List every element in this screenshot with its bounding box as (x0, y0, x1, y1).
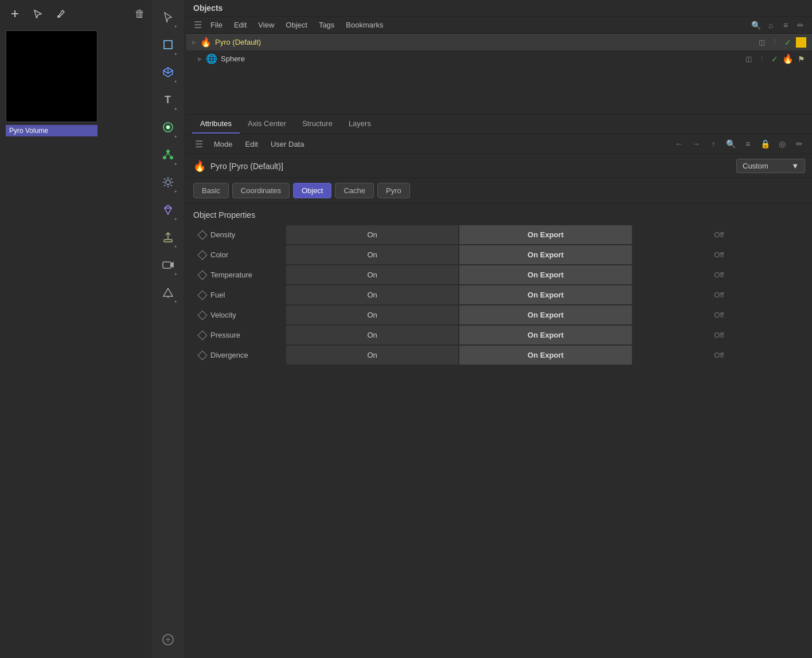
pyro-color-swatch[interactable] (796, 37, 806, 48)
prop-velocity-off[interactable]: Off (633, 306, 805, 324)
eyedropper-button[interactable] (52, 5, 70, 23)
attr-forward-icon[interactable]: → (689, 137, 703, 151)
tool-gem-small: ▸ (175, 217, 179, 221)
attr-menu-icon[interactable]: ☰ (192, 137, 206, 151)
pyro-name: Pyro (Default) (215, 38, 753, 46)
subtab-basic[interactable]: Basic (193, 183, 229, 198)
diamond-icon-color (198, 250, 208, 260)
custom-dropdown[interactable]: Custom ▼ (736, 159, 805, 173)
dropdown-label: Custom (743, 162, 768, 170)
prop-pressure-off[interactable]: Off (633, 326, 805, 344)
sphere-check-icon[interactable]: ✓ (770, 54, 780, 64)
prop-pressure-on[interactable]: On (286, 326, 458, 344)
pyro-check-icon[interactable]: ✓ (783, 37, 793, 48)
objects-edit-icon[interactable]: ✏ (795, 19, 806, 31)
prop-temperature-on-export[interactable]: On Export (459, 265, 631, 284)
objects-menu-file[interactable]: File (206, 19, 227, 31)
delete-button[interactable]: 🗑 (131, 5, 149, 23)
attr-back-icon[interactable]: ← (672, 137, 686, 151)
prop-density-on-export[interactable]: On Export (459, 225, 631, 244)
prop-color-off[interactable]: Off (633, 245, 805, 264)
attr-up-icon[interactable]: ↑ (706, 137, 720, 151)
objects-menu-bookmarks[interactable]: Bookmarks (341, 19, 388, 31)
arrow-button[interactable] (29, 5, 47, 23)
prop-fuel-on[interactable]: On (286, 285, 458, 304)
attr-filter-icon[interactable]: ≡ (741, 137, 755, 151)
rectangle-tool[interactable]: ▸ (155, 32, 181, 57)
add-button[interactable] (6, 5, 24, 23)
nodes-tool[interactable]: ▸ (155, 142, 181, 167)
prop-pressure-on-export[interactable]: On Export (459, 326, 631, 344)
sphere-flag-icon[interactable]: ⚑ (796, 54, 806, 64)
tool-light-small: ▸ (175, 299, 179, 304)
svg-point-5 (166, 150, 170, 153)
attr-target-icon[interactable]: ◎ (775, 137, 789, 151)
attr-menu-userdata[interactable]: User Data (266, 138, 309, 150)
cube-tool[interactable]: ▸ (155, 60, 181, 85)
attr-menu-edit[interactable]: Edit (241, 138, 263, 150)
objects-menu-view[interactable]: View (253, 19, 279, 31)
objects-search-icon[interactable]: 🔍 (750, 19, 762, 31)
objects-home-icon[interactable]: ⌂ (765, 19, 776, 31)
attr-toolbar: ☰ Mode Edit User Data ← → ↑ 🔍 ≡ 🔒 ◎ ✏ (186, 134, 812, 154)
objects-menu-object[interactable]: Object (281, 19, 312, 31)
subtab-object[interactable]: Object (293, 183, 332, 198)
subtab-cache[interactable]: Cache (335, 183, 374, 198)
attr-edit-icon[interactable]: ✏ (793, 137, 806, 151)
subtab-pyro[interactable]: Pyro (377, 183, 410, 198)
tab-structure[interactable]: Structure (294, 115, 341, 134)
prop-divergence-on[interactable]: On (286, 346, 458, 365)
objects-filter-icon[interactable]: ≡ (780, 19, 791, 31)
thumbnail-label: Pyro Volume (6, 125, 97, 136)
export-tool[interactable]: ▸ (155, 225, 181, 250)
object-row-pyro[interactable]: ▶ 🔥 Pyro (Default) ◫ ⋮ ✓ (186, 34, 812, 50)
text-tool[interactable]: T ▸ (155, 87, 181, 112)
prop-divergence-off[interactable]: Off (633, 346, 805, 365)
tab-axis-center[interactable]: Axis Center (240, 115, 294, 134)
prop-divergence-on-export[interactable]: On Export (459, 346, 631, 365)
pyro-visibility-icon[interactable]: ◫ (756, 37, 767, 48)
tool-export-small: ▸ (175, 244, 179, 249)
prop-temperature-on[interactable]: On (286, 265, 458, 284)
sphere-indent: ▶ (198, 56, 202, 62)
text-tool-label: T (165, 94, 171, 106)
sphere-visibility-icon[interactable]: ◫ (743, 54, 754, 64)
props-section-title: Object Properties (193, 210, 805, 220)
objects-menu-edit[interactable]: Edit (229, 19, 251, 31)
prop-fuel-off[interactable]: Off (633, 285, 805, 304)
subtab-coordinates[interactable]: Coordinates (232, 183, 290, 198)
pointer-tool[interactable]: ▸ (155, 5, 181, 30)
tab-attributes[interactable]: Attributes (192, 115, 240, 134)
sphere-dots-icon[interactable]: ⋮ (756, 54, 767, 64)
prop-fuel-on-export[interactable]: On Export (459, 285, 631, 304)
sphere-flame-tag-icon[interactable]: 🔥 (783, 54, 793, 64)
pyro-dots-icon[interactable]: ⋮ (770, 37, 780, 48)
tool-camera-small: ▸ (175, 272, 179, 276)
tab-layers[interactable]: Layers (341, 115, 379, 134)
paint-tool[interactable] (155, 627, 181, 652)
track-tool[interactable]: ▸ (155, 115, 181, 140)
tool-track-small: ▸ (175, 134, 179, 139)
prop-color-on-export[interactable]: On Export (459, 245, 631, 264)
prop-velocity-on[interactable]: On (286, 306, 458, 324)
svg-point-6 (163, 156, 166, 159)
tool-cube-small: ▸ (175, 79, 179, 84)
gear-tool[interactable]: ▸ (155, 170, 181, 195)
object-row-sphere[interactable]: ▶ 🌐 Sphere ◫ ⋮ ✓ 🔥 ⚑ (186, 50, 812, 67)
light-tool[interactable]: ▸ (155, 280, 181, 305)
objects-menu-icon[interactable]: ☰ (192, 19, 204, 31)
svg-point-7 (170, 156, 173, 159)
prop-color-on[interactable]: On (286, 245, 458, 264)
attr-search-icon[interactable]: 🔍 (724, 137, 737, 151)
attr-menu-mode[interactable]: Mode (209, 138, 237, 150)
camera-tool[interactable]: ▸ (155, 252, 181, 277)
prop-density-on[interactable]: On (286, 225, 458, 244)
prop-temperature-off[interactable]: Off (633, 265, 805, 284)
svg-marker-14 (163, 288, 173, 296)
prop-velocity-label: Velocity (193, 306, 285, 324)
prop-density-off[interactable]: Off (633, 225, 805, 244)
attr-lock-icon[interactable]: 🔒 (758, 137, 772, 151)
objects-menu-tags[interactable]: Tags (314, 19, 339, 31)
prop-velocity-on-export[interactable]: On Export (459, 306, 631, 324)
gem-tool[interactable]: ▸ (155, 197, 181, 222)
